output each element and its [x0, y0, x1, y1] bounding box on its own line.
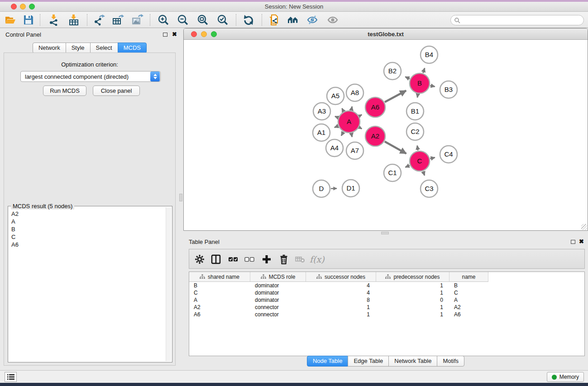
graph-node-B2[interactable]: B2	[384, 62, 401, 80]
table-row[interactable]: A6connector11A6	[189, 311, 584, 318]
horizontal-split-handle[interactable]	[381, 232, 389, 234]
graph-node-C1[interactable]: C1	[384, 164, 401, 181]
network-graph[interactable]: B4B2BB3A8A5A6A3B1AC2A1A2A4A7C4CC1DD1C3	[184, 40, 588, 230]
graph-node-A6[interactable]: A6	[365, 97, 385, 117]
tab-network[interactable]: Network	[33, 43, 66, 53]
network-canvas[interactable]: B4B2BB3A8A5A6A3B1AC2A1A2A4A7C4CC1DD1C3	[184, 40, 588, 230]
table-float-panel-icon[interactable]	[571, 240, 575, 244]
graph-edge-A-A2[interactable]	[359, 128, 362, 129]
zoom-selected-icon[interactable]	[217, 14, 229, 26]
table-row[interactable]: Adominator80A	[189, 296, 584, 304]
export-table-icon[interactable]	[112, 14, 124, 26]
tab-motifs[interactable]: Motifs	[437, 356, 464, 367]
graph-node-A1[interactable]: A1	[313, 124, 330, 141]
hide-selected-icon[interactable]	[306, 14, 318, 26]
tab-select[interactable]: Select	[90, 43, 118, 53]
table-row[interactable]: Cdominator41C	[189, 289, 584, 296]
graph-node-B[interactable]: B	[410, 73, 430, 93]
first-neighbors-icon[interactable]	[287, 14, 299, 26]
column-header-predecessor-nodes[interactable]: predecessor nodes	[376, 272, 449, 282]
graph-node-A7[interactable]: A7	[346, 142, 363, 159]
graph-node-A[interactable]: A	[338, 111, 360, 133]
graph-node-B1[interactable]: B1	[406, 103, 424, 120]
graph-edge-A-A4[interactable]	[341, 132, 343, 136]
graph-edge-A6-B[interactable]	[385, 91, 406, 102]
graph-edge-A-A7[interactable]	[351, 133, 352, 137]
gear-icon[interactable]	[195, 254, 205, 264]
delete-column-icon[interactable]	[279, 254, 289, 264]
vertical-split-handle[interactable]	[179, 194, 182, 201]
tab-mcds[interactable]: MCDS	[118, 43, 147, 53]
mcds-result-item[interactable]: A2	[9, 210, 165, 218]
columns-icon[interactable]	[211, 254, 221, 264]
graph-edge-C-C2[interactable]	[417, 146, 418, 151]
graph-edge-B-B1[interactable]	[417, 94, 418, 98]
export-network-icon[interactable]	[93, 14, 105, 26]
graph-edge-B-B2[interactable]	[405, 77, 410, 79]
graph-node-A5[interactable]: A5	[327, 87, 344, 105]
tab-edge-table[interactable]: Edge Table	[348, 356, 389, 367]
save-session-icon[interactable]	[23, 14, 34, 26]
close-panel-button[interactable]: Close panel	[93, 86, 140, 96]
graph-node-D[interactable]: D	[313, 180, 330, 197]
graph-edge-A2-C[interactable]	[385, 142, 406, 154]
result-scrollbar[interactable]	[166, 207, 171, 361]
graph-edge-A-A3[interactable]	[335, 116, 338, 118]
search-field[interactable]	[450, 15, 584, 25]
table-row[interactable]: Bdominator41B	[189, 282, 584, 289]
zoom-fit-icon[interactable]	[197, 14, 209, 26]
search-input[interactable]	[460, 16, 583, 24]
table-row[interactable]: A2connector11A2	[189, 304, 584, 311]
graph-edge-C-C4[interactable]	[430, 157, 435, 158]
graph-edge-B-B3[interactable]	[430, 86, 435, 86]
column-header-name[interactable]: name	[449, 272, 488, 282]
graph-edge-A-A6[interactable]	[359, 114, 362, 116]
delete-table-icon[interactable]	[295, 254, 305, 264]
task-history-button[interactable]	[5, 372, 17, 382]
graph-edge-A-A1[interactable]	[335, 126, 338, 128]
function-builder-icon[interactable]: f(x)	[310, 254, 326, 264]
mcds-result-item[interactable]: A	[9, 218, 165, 225]
export-image-icon[interactable]	[132, 14, 143, 26]
run-mcds-button[interactable]: Run MCDS	[43, 86, 86, 96]
graph-node-A8[interactable]: A8	[346, 84, 363, 101]
tab-style[interactable]: Style	[66, 43, 91, 53]
graph-node-C2[interactable]: C2	[406, 123, 424, 140]
column-header-shared-name[interactable]: shared name	[189, 272, 250, 282]
column-header-successor-nodes[interactable]: successor nodes	[306, 272, 376, 282]
select-all-icon[interactable]	[228, 254, 238, 264]
graph-edge-A-A8[interactable]	[351, 106, 352, 110]
float-panel-icon[interactable]	[163, 33, 167, 37]
graph-node-C[interactable]: C	[410, 151, 430, 171]
add-column-icon[interactable]	[262, 254, 272, 264]
graph-edge-A-A5[interactable]	[342, 108, 343, 111]
graph-node-B3[interactable]: B3	[440, 81, 457, 98]
column-header-MCDS-role[interactable]: MCDS role	[250, 272, 306, 282]
graph-node-A3[interactable]: A3	[313, 103, 330, 120]
graph-node-B4[interactable]: B4	[421, 46, 438, 63]
deselect-all-icon[interactable]	[244, 254, 254, 264]
criterion-dropdown[interactable]: largest connected component (directed)	[20, 71, 161, 82]
show-all-icon[interactable]	[327, 14, 339, 26]
mcds-result-item[interactable]: A6	[9, 241, 165, 248]
new-network-from-selection-icon[interactable]	[268, 14, 280, 26]
graph-edge-C-C1[interactable]	[405, 166, 410, 167]
graph-edge-C-C3[interactable]	[423, 172, 425, 176]
resize-grip-icon[interactable]	[581, 224, 587, 230]
memory-button[interactable]: Memory	[547, 372, 584, 382]
open-file-icon[interactable]	[5, 14, 16, 26]
zoom-out-icon[interactable]	[177, 14, 189, 26]
graph-node-D1[interactable]: D1	[342, 180, 359, 197]
graph-node-C3[interactable]: C3	[421, 180, 438, 197]
mcds-result-item[interactable]: B	[9, 225, 165, 233]
import-table-icon[interactable]	[68, 14, 80, 26]
tab-node-table[interactable]: Node Table	[307, 356, 349, 367]
tab-network-table[interactable]: Network Table	[388, 356, 437, 367]
table-close-panel-icon[interactable]: ✖	[579, 238, 584, 245]
graph-node-C4[interactable]: C4	[440, 146, 457, 163]
zoom-in-icon[interactable]	[158, 14, 169, 26]
mcds-result-item[interactable]: C	[9, 233, 165, 241]
graph-edge-B-B4[interactable]	[423, 68, 425, 73]
graph-node-A2[interactable]: A2	[365, 126, 385, 146]
graph-node-A4[interactable]: A4	[326, 139, 343, 157]
